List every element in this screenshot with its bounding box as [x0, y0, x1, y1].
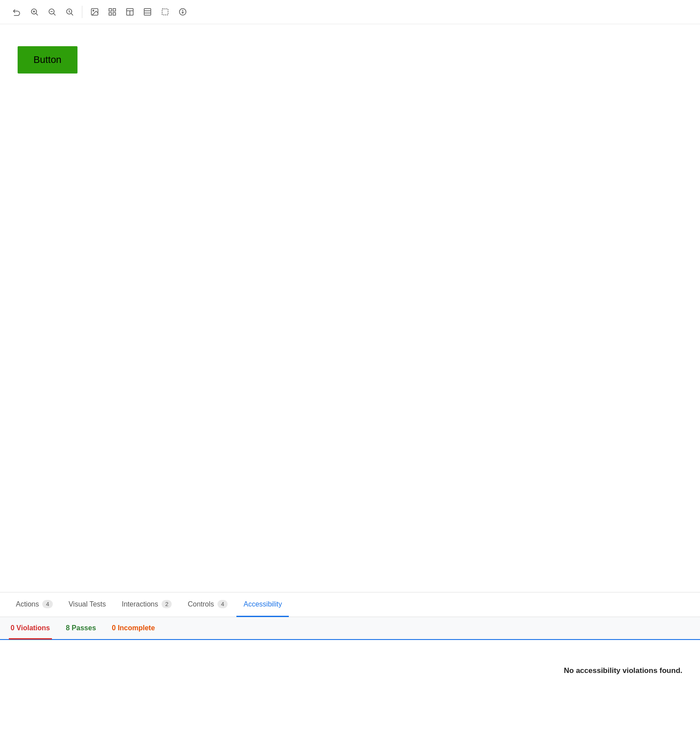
svg-rect-12: [113, 9, 116, 11]
zoom-out-icon[interactable]: [44, 4, 60, 20]
tab-accessibility-label: Accessibility: [243, 600, 282, 608]
crop-icon[interactable]: [157, 4, 173, 20]
sub-tab-incomplete-label: 0 Incomplete: [112, 624, 155, 632]
sub-tab-passes-label: 8 Passes: [66, 624, 96, 632]
svg-rect-13: [109, 13, 112, 15]
sub-tabs-bar: 0 Violations 8 Passes 0 Incomplete: [0, 617, 700, 640]
preview-button[interactable]: Button: [18, 46, 77, 74]
tab-controls-label: Controls: [188, 600, 214, 608]
layout-icon[interactable]: [140, 4, 155, 20]
tab-interactions[interactable]: Interactions 2: [115, 593, 179, 617]
tab-visual-tests[interactable]: Visual Tests: [62, 593, 113, 617]
sub-tab-incomplete[interactable]: 0 Incomplete: [110, 618, 157, 640]
svg-rect-11: [109, 9, 112, 11]
tab-actions-label: Actions: [16, 600, 39, 608]
toolbar: [0, 0, 700, 24]
tab-interactions-label: Interactions: [122, 600, 158, 608]
tab-actions[interactable]: Actions 4: [9, 593, 60, 617]
svg-point-10: [93, 10, 94, 11]
svg-line-3: [36, 13, 37, 15]
canvas-area: Button: [0, 24, 700, 592]
toolbar-divider: [82, 6, 82, 18]
tab-visual-tests-label: Visual Tests: [69, 600, 106, 608]
undo-icon[interactable]: [9, 4, 25, 20]
tab-controls[interactable]: Controls 4: [181, 593, 235, 617]
accessibility-tool-icon[interactable]: [175, 4, 191, 20]
svg-line-6: [53, 13, 55, 15]
image-icon[interactable]: [87, 4, 103, 20]
tab-interactions-badge: 2: [162, 600, 172, 608]
sub-tab-violations-label: 0 Violations: [11, 624, 50, 632]
sub-tab-passes[interactable]: 8 Passes: [64, 618, 98, 640]
accessibility-content: No accessibility violations found.: [0, 640, 700, 750]
svg-line-8: [71, 13, 73, 15]
tab-accessibility[interactable]: Accessibility: [236, 593, 289, 617]
zoom-reset-icon[interactable]: [62, 4, 77, 20]
sub-tab-violations[interactable]: 0 Violations: [9, 618, 52, 640]
svg-rect-14: [113, 13, 116, 15]
tab-controls-badge: 4: [217, 600, 228, 608]
tabs-bar: Actions 4 Visual Tests Interactions 2 Co…: [0, 592, 700, 617]
no-violations-message: No accessibility violations found.: [564, 666, 682, 675]
bottom-panel: Actions 4 Visual Tests Interactions 2 Co…: [0, 592, 700, 750]
tab-actions-badge: 4: [42, 600, 52, 608]
svg-point-23: [182, 10, 184, 11]
svg-rect-18: [144, 9, 151, 15]
zoom-in-icon[interactable]: [26, 4, 42, 20]
grid-icon[interactable]: [104, 4, 120, 20]
svg-rect-21: [162, 9, 168, 15]
panel-icon[interactable]: [122, 4, 138, 20]
